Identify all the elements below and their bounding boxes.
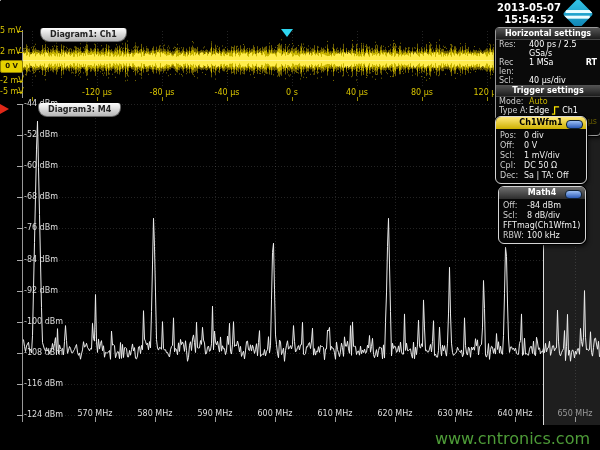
ch1wfm1-panel-header[interactable]: Ch1Wfm1 <box>496 117 586 129</box>
ch1wfm1-row-label: Scl: <box>500 151 524 161</box>
d3-y-label: -92 dBm <box>24 286 58 296</box>
math4-row[interactable]: RBW:100 kHz <box>503 231 581 241</box>
d1-x-label: -120 µs <box>75 88 119 98</box>
ch1wfm1-title: Ch1Wfm1 <box>519 118 562 127</box>
ch1wfm1-row-label: Cpl: <box>500 161 524 171</box>
ch1wfm1-row[interactable]: Off:0 V <box>500 141 582 151</box>
math4-row-value: 8 dB/div <box>527 211 560 220</box>
ch1wfm1-row-value: 0 V <box>524 141 537 150</box>
header-date: 2013-05-07 <box>492 2 566 13</box>
ch1wfm1-row[interactable]: Dec:Sa | TA: Off <box>500 171 582 181</box>
scl-label: Scl: <box>499 76 529 85</box>
d3-x-label: 580 MHz <box>133 409 177 419</box>
d3-y-label: -60 dBm <box>24 161 58 171</box>
tab-diagram3[interactable]: Diagram3: M4 <box>38 103 121 117</box>
ch1-offset-marker[interactable]: 0 V <box>0 60 23 73</box>
d1-y-label: -2 mV <box>0 76 21 86</box>
trigger-position-marker-icon[interactable] <box>281 29 293 37</box>
ch1wfm1-panel-body: Pos:0 divOff:0 VScl:1 mV/divCpl:DC 50 ΩD… <box>496 129 586 183</box>
d1-x-label: -40 µs <box>205 88 249 98</box>
reference-level-marker-icon[interactable] <box>0 104 9 114</box>
ch1wfm1-row-label: Off: <box>500 141 524 151</box>
watermark-text: www.cntronics.com <box>435 429 590 448</box>
ch1wfm1-row-value: 1 mV/div <box>524 151 560 160</box>
d3-y-label: -100 dBm <box>24 317 63 327</box>
math4-row-label: Off: <box>503 201 527 211</box>
math4-panel: Math4 Off:-84 dBmScl:8 dB/divFFTmag(Ch1W… <box>498 186 586 244</box>
resolution-row[interactable]: Res: 400 ps / 2.5 GSa/s <box>496 40 600 58</box>
trigger-mode-label: Mode: <box>499 97 529 106</box>
math4-row[interactable]: Scl:8 dB/div <box>503 211 581 221</box>
math4-row-label: Scl: <box>503 211 527 221</box>
horizontal-settings-title[interactable]: Horizontal settings <box>496 28 600 40</box>
ch1wfm1-row-value: 0 div <box>524 131 544 140</box>
d1-x-label: -80 µs <box>140 88 184 98</box>
ch1wfm1-panel: Ch1Wfm1 Pos:0 divOff:0 VScl:1 mV/divCpl:… <box>495 116 587 184</box>
oscilloscope-screen: 2013-05-07 15:54:52 Diagram1: Ch1 Diagra… <box>0 0 600 450</box>
ch1wfm1-row[interactable]: Scl:1 mV/div <box>500 151 582 161</box>
d3-x-label: 630 MHz <box>433 409 477 419</box>
d3-x-label-outside: 650 MHz <box>553 409 597 419</box>
record-length-row[interactable]: Rec len: 1 MSa RT <box>496 58 600 76</box>
ch1wfm1-row[interactable]: Cpl:DC 50 Ω <box>500 161 582 171</box>
ch1wfm1-enable-toggle[interactable] <box>566 120 583 129</box>
math4-enable-toggle[interactable] <box>565 190 582 199</box>
timescale-row[interactable]: Scl: 40 µs/div <box>496 76 600 85</box>
d3-y-label: -52 dBm <box>24 130 58 140</box>
ch1wfm1-row[interactable]: Pos:0 div <box>500 131 582 141</box>
d3-y-label: -116 dBm <box>24 379 63 389</box>
math4-panel-body: Off:-84 dBmScl:8 dB/divFFTmag(Ch1Wfm1)RB… <box>499 199 585 243</box>
d1-x-label: 40 µs <box>335 88 379 98</box>
header-time: 15:54:52 <box>492 14 566 25</box>
ch1wfm1-row-label: Pos: <box>500 131 524 141</box>
d3-y-label: -108 dBm <box>24 348 63 358</box>
trigger-mode-row[interactable]: Mode: Auto <box>496 97 600 106</box>
math4-row[interactable]: FFTmag(Ch1Wfm1) <box>503 221 581 231</box>
d3-x-label: 600 MHz <box>253 409 297 419</box>
trigger-settings-title[interactable]: Trigger settings <box>496 85 600 97</box>
d3-y-label: -68 dBm <box>24 192 58 202</box>
d1-y-label: 2 mV <box>0 47 21 57</box>
realtime-badge: RT <box>586 58 597 76</box>
d1-y-label: 5 mV <box>0 26 21 36</box>
math4-row[interactable]: Off:-84 dBm <box>503 201 581 211</box>
math4-title: Math4 <box>528 188 556 197</box>
d3-x-label: 610 MHz <box>313 409 357 419</box>
math4-row-value: 100 kHz <box>527 231 560 240</box>
d1-x-label: 80 µs <box>400 88 444 98</box>
d3-x-label: 590 MHz <box>193 409 237 419</box>
math4-panel-header[interactable]: Math4 <box>499 187 585 199</box>
math4-row-value: FFTmag(Ch1Wfm1) <box>503 221 580 230</box>
ch1wfm1-row-value: DC 50 Ω <box>524 161 557 170</box>
trigger-mode-value: Auto <box>529 97 548 106</box>
d1-y-label: -5 mV <box>0 87 21 97</box>
reclen-label: Rec len: <box>499 58 529 76</box>
scl-value: 40 µs/div <box>529 76 566 85</box>
math4-row-label: RBW: <box>503 231 527 241</box>
d1-x-label: 0 s <box>270 88 314 98</box>
tab-diagram1[interactable]: Diagram1: Ch1 <box>40 28 127 42</box>
ch1wfm1-row-value: Sa | TA: Off <box>524 171 568 180</box>
reclen-value: 1 MSa <box>529 58 554 76</box>
math4-row-value: -84 dBm <box>527 201 561 210</box>
d3-x-label: 640 MHz <box>493 409 537 419</box>
d3-x-label: 570 MHz <box>73 409 117 419</box>
res-value: 400 ps / 2.5 GSa/s <box>529 40 597 58</box>
res-label: Res: <box>499 40 529 58</box>
ch1wfm1-row-label: Dec: <box>500 171 524 181</box>
d3-x-label: 620 MHz <box>373 409 417 419</box>
d3-y-label: -124 dBm <box>24 410 63 420</box>
d3-y-label: -76 dBm <box>24 223 58 233</box>
d3-y-label: -84 dBm <box>24 255 58 265</box>
